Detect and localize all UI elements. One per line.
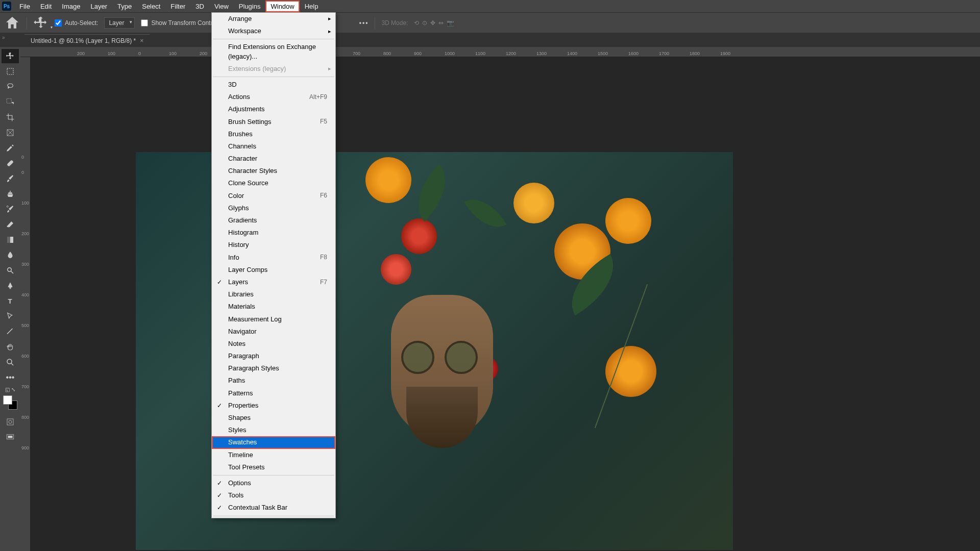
menu-item-info[interactable]: InfoF8	[212, 252, 335, 264]
menu-item-paragraph-styles[interactable]: Paragraph Styles	[212, 362, 335, 374]
menu-item-character-styles[interactable]: Character Styles	[212, 165, 335, 177]
menu-type[interactable]: Type	[112, 1, 137, 12]
menu-item-arrange[interactable]: Arrange	[212, 13, 335, 25]
svg-rect-0	[7, 68, 13, 74]
menu-item-character[interactable]: Character	[212, 153, 335, 165]
menu-item-history[interactable]: History	[212, 239, 335, 251]
gradient-tool[interactable]	[2, 233, 19, 247]
swap-default-icons[interactable]: ◱ ⤡	[5, 387, 15, 392]
hand-tool[interactable]	[2, 340, 19, 354]
menu-item-glyphs[interactable]: Glyphs	[212, 202, 335, 214]
close-tab-icon[interactable]: ×	[140, 37, 143, 44]
lasso-tool[interactable]	[2, 80, 19, 94]
menu-help[interactable]: Help	[300, 1, 324, 12]
pen-tool[interactable]	[2, 279, 19, 293]
menu-item-layer-comps[interactable]: Layer Comps	[212, 264, 335, 276]
3d-roll-icon[interactable]: ⊙	[422, 19, 427, 27]
menu-layer[interactable]: Layer	[86, 1, 113, 12]
menu-item-gradients[interactable]: Gradients	[212, 214, 335, 227]
ruler-horizontal[interactable]: 2001000100200300400500600700800900100011…	[20, 47, 980, 57]
menu-item-measurement-log[interactable]: Measurement Log	[212, 313, 335, 325]
svg-rect-1	[7, 98, 11, 103]
ruler-vertical[interactable]: 00100200300400500600700800900	[20, 57, 31, 551]
shape-tool[interactable]	[2, 324, 19, 339]
screen-mode-tool[interactable]	[2, 430, 19, 444]
dodge-tool[interactable]	[2, 263, 19, 278]
object-select-tool[interactable]	[2, 95, 19, 109]
home-icon[interactable]	[4, 15, 20, 31]
menu-item-channels[interactable]: Channels	[212, 140, 335, 153]
menu-select[interactable]: Select	[137, 1, 165, 12]
menu-filter[interactable]: Filter	[165, 1, 190, 12]
menu-item-properties[interactable]: Properties	[212, 399, 335, 412]
history-brush-tool[interactable]	[2, 202, 19, 216]
path-select-tool[interactable]	[2, 309, 19, 323]
menu-item-workspace[interactable]: Workspace	[212, 25, 335, 37]
menu-window[interactable]: Window	[265, 1, 299, 12]
eraser-tool[interactable]	[2, 217, 19, 232]
menu-edit[interactable]: Edit	[35, 1, 57, 12]
menu-item-paragraph[interactable]: Paragraph	[212, 350, 335, 362]
type-tool[interactable]: T	[2, 294, 19, 308]
menu-item-libraries[interactable]: Libraries	[212, 288, 335, 300]
move-tool[interactable]	[2, 49, 19, 63]
marquee-tool[interactable]	[2, 64, 19, 79]
3d-slide-icon[interactable]: ⇔	[438, 19, 444, 27]
menu-item-contextual-task-bar[interactable]: Contextual Task Bar	[212, 502, 335, 514]
show-transform-checkbox[interactable]: Show Transform Controls	[141, 19, 220, 27]
menu-item-adjustments[interactable]: Adjustments	[212, 103, 335, 115]
menu-item-options[interactable]: Options	[212, 477, 335, 489]
foreground-color[interactable]	[3, 395, 12, 405]
crop-tool[interactable]	[2, 110, 19, 124]
menu-view[interactable]: View	[209, 1, 234, 12]
menu-plugins[interactable]: Plugins	[234, 1, 266, 12]
canvas-content	[513, 183, 554, 223]
menu-item-shapes[interactable]: Shapes	[212, 412, 335, 424]
menu-item-patterns[interactable]: Patterns	[212, 387, 335, 399]
menu-separator	[213, 516, 334, 516]
quick-mask-tool[interactable]	[2, 415, 19, 429]
auto-select-input[interactable]	[55, 19, 62, 27]
menu-item-timeline[interactable]: Timeline	[212, 449, 335, 461]
menu-item-clone-source[interactable]: Clone Source	[212, 177, 335, 189]
menu-separator	[213, 77, 334, 77]
menu-item-brush-settings[interactable]: Brush SettingsF5	[212, 116, 335, 128]
menu-item-tools[interactable]: Tools	[212, 489, 335, 502]
show-transform-input[interactable]	[141, 19, 148, 27]
menu-item-swatches[interactable]: Swatches	[212, 436, 335, 448]
document-tab[interactable]: Untitled-1 @ 60.1% (Layer 1, RGB/8) * ×	[24, 34, 150, 47]
layer-dropdown[interactable]: Layer	[104, 17, 135, 29]
menu-item-color[interactable]: ColorF6	[212, 190, 335, 202]
menu-item-materials[interactable]: Materials	[212, 300, 335, 313]
brush-tool[interactable]	[2, 171, 19, 186]
menu-item-find-extensions-on-exchange-legacy-[interactable]: Find Extensions on Exchange (legacy)...	[212, 41, 335, 62]
color-swatches[interactable]	[3, 395, 17, 410]
3d-orbit-icon[interactable]: ⟲	[414, 19, 419, 27]
move-tool-icon[interactable]	[33, 15, 48, 31]
auto-select-checkbox[interactable]: Auto-Select:	[55, 19, 98, 27]
3d-camera-icon[interactable]: 📷	[447, 19, 454, 27]
menu-item-histogram[interactable]: Histogram	[212, 227, 335, 239]
menu-item-tool-presets[interactable]: Tool Presets	[212, 461, 335, 473]
more-tools-icon[interactable]: •••	[2, 370, 19, 385]
menu-item-layers[interactable]: LayersF7	[212, 276, 335, 288]
menu-item-styles[interactable]: Styles	[212, 424, 335, 436]
more-options-icon[interactable]: •••	[359, 19, 369, 27]
eyedropper-tool[interactable]	[2, 141, 19, 155]
menu-item-actions[interactable]: ActionsAlt+F9	[212, 91, 335, 103]
blur-tool[interactable]	[2, 248, 19, 262]
expand-chevron-icon[interactable]: »	[2, 35, 5, 40]
zoom-tool[interactable]	[2, 355, 19, 369]
menu-item-navigator[interactable]: Navigator	[212, 325, 335, 338]
healing-tool[interactable]	[2, 156, 19, 170]
menu-item-3d[interactable]: 3D	[212, 79, 335, 91]
menu-item-notes[interactable]: Notes	[212, 338, 335, 350]
menu-3d[interactable]: 3D	[190, 1, 209, 12]
menu-file[interactable]: File	[14, 1, 35, 12]
3d-pan-icon[interactable]: ✥	[430, 19, 435, 27]
menu-image[interactable]: Image	[57, 1, 85, 12]
frame-tool[interactable]	[2, 126, 19, 140]
clone-stamp-tool[interactable]	[2, 187, 19, 201]
menu-item-brushes[interactable]: Brushes	[212, 128, 335, 140]
menu-item-paths[interactable]: Paths	[212, 374, 335, 387]
